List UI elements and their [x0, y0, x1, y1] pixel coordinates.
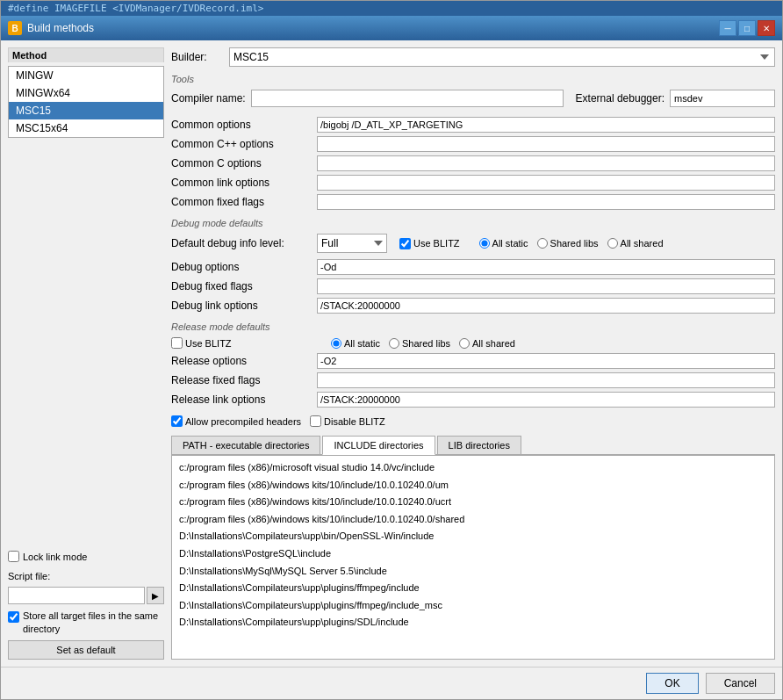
method-item-msc15[interactable]: MSC15	[9, 102, 163, 119]
common-options-label: Common options	[171, 119, 312, 131]
lock-link-mode-label[interactable]: Lock link mode	[8, 551, 164, 562]
tabs-container: PATH - executable directories INCLUDE di…	[171, 436, 775, 660]
release-options-input[interactable]	[317, 353, 775, 369]
dir-item-3: c:/program files (x86)/windows kits/10/i…	[176, 511, 771, 529]
allow-precomp-checkbox[interactable]	[171, 415, 183, 427]
common-cpp-label: Common C++ options	[171, 138, 312, 150]
dir-item-8: D:\Installations\Compilateurs\upp\plugin…	[176, 597, 771, 615]
common-c-row: Common C options	[171, 155, 775, 172]
debug-options-input[interactable]	[317, 259, 775, 275]
debug-options-grid: Debug options Debug fixed flags Debug li…	[171, 258, 775, 314]
tab-path[interactable]: PATH - executable directories	[171, 436, 320, 454]
release-defaults-row: Use BLITZ All static Shared libs All sha…	[171, 337, 775, 349]
use-blitz-release-label[interactable]: Use BLITZ	[171, 337, 312, 349]
release-radio-all-shared[interactable]: All shared	[459, 338, 515, 349]
dir-item-5: D:\Installations\PostgreSQL\include	[176, 545, 771, 563]
release-fixed-row: Release fixed flags	[171, 372, 775, 389]
bottom-bar: OK Cancel	[1, 667, 782, 699]
debug-options-row: Debug options	[171, 258, 775, 276]
release-options-grid: Release options Release fixed flags Rele…	[171, 352, 775, 408]
debug-link-label: Debug link options	[171, 299, 312, 312]
dir-item-0: c:/program files (x86)/microsoft visual …	[176, 459, 771, 477]
debug-radio-group: All static Shared libs All shared	[479, 238, 664, 249]
method-item-msc15x64[interactable]: MSC15x64	[9, 119, 163, 137]
common-cpp-input[interactable]	[317, 136, 775, 152]
release-link-label: Release link options	[171, 393, 312, 406]
options-grid: Common options Common C++ options Common…	[171, 116, 775, 211]
set-default-button[interactable]: Set as default	[8, 640, 164, 660]
common-fixed-input[interactable]	[317, 194, 775, 210]
method-list-header: Method	[8, 47, 164, 62]
tab-include[interactable]: INCLUDE directories	[322, 436, 435, 455]
debug-radio-shared-libs[interactable]: Shared libs	[537, 238, 599, 249]
script-file-label: Script file:	[8, 571, 164, 581]
builder-select[interactable]: MSC15 MSC15x64 MINGW MINGWx64	[229, 47, 775, 67]
dir-item-9: D:\Installations\Compilateurs\upp\plugin…	[176, 614, 771, 631]
debug-level-select[interactable]: Full Minimal None	[317, 234, 387, 253]
maximize-button[interactable]: □	[738, 20, 756, 36]
common-link-input[interactable]	[317, 175, 775, 191]
script-file-browse-button[interactable]: ▶	[147, 587, 164, 604]
allow-precomp-label[interactable]: Allow precompiled headers	[171, 415, 301, 427]
minimize-button[interactable]: ─	[719, 20, 736, 36]
dir-item-2: c:/program files (x86)/windows kits/10/i…	[176, 494, 771, 511]
use-blitz-debug-label[interactable]: Use BLITZ	[399, 238, 460, 249]
builder-row: Builder: MSC15 MSC15x64 MINGW MINGWx64	[171, 47, 775, 67]
debug-fixed-input[interactable]	[317, 278, 775, 294]
debug-radio-all-shared[interactable]: All shared	[607, 238, 664, 249]
main-content: Method MINGW MINGWx64 MSC15 MSC15x64 Loc…	[1, 40, 782, 667]
disable-blitz-label[interactable]: Disable BLITZ	[310, 415, 385, 427]
disable-blitz-checkbox[interactable]	[310, 415, 321, 427]
debug-fixed-label: Debug fixed flags	[171, 280, 312, 292]
left-panel: Method MINGW MINGWx64 MSC15 MSC15x64 Loc…	[8, 47, 164, 660]
store-files-row: Store all target files in the same direc…	[8, 610, 164, 635]
store-files-checkbox[interactable]	[8, 611, 19, 623]
ok-button[interactable]: OK	[646, 673, 698, 694]
tools-label: Tools	[171, 74, 775, 84]
debug-link-row: Debug link options	[171, 297, 775, 314]
ext-debugger-input[interactable]	[670, 90, 775, 107]
dir-item-6: D:\Installations\MySql\MySQL Server 5.5\…	[176, 563, 771, 581]
common-link-label: Common link options	[171, 177, 312, 189]
debug-options-label: Debug options	[171, 261, 312, 273]
common-fixed-row: Common fixed flags	[171, 193, 775, 211]
debug-level-label: Default debug info level:	[171, 237, 312, 249]
builder-label: Builder:	[171, 51, 224, 63]
compiler-row: Compiler name: External debugger:	[171, 90, 775, 107]
use-blitz-release-checkbox[interactable]	[171, 337, 183, 349]
release-link-input[interactable]	[317, 392, 775, 408]
common-c-input[interactable]	[317, 155, 775, 171]
release-radio-all-static[interactable]: All static	[331, 338, 380, 349]
method-list: MINGW MINGWx64 MSC15 MSC15x64	[8, 66, 164, 138]
debug-defaults-header: Debug mode defaults	[171, 218, 775, 228]
lock-link-mode-checkbox[interactable]	[8, 551, 19, 562]
dir-item-7: D:\Installations\Compilateurs\upp\plugin…	[176, 580, 771, 597]
tab-bar: PATH - executable directories INCLUDE di…	[171, 436, 775, 455]
method-item-mingwx64[interactable]: MINGWx64	[9, 84, 163, 102]
release-fixed-input[interactable]	[317, 372, 775, 388]
script-file-row: ▶	[8, 587, 164, 604]
tab-lib[interactable]: LIB directories	[437, 436, 521, 454]
debug-radio-all-static[interactable]: All static	[479, 238, 528, 249]
release-radio-group: All static Shared libs All shared	[331, 338, 515, 349]
close-button[interactable]: ✕	[758, 20, 775, 36]
dir-item-4: D:\Installations\Compilateurs\upp\bin/Op…	[176, 528, 771, 545]
compiler-name-input[interactable]	[251, 90, 564, 107]
debug-fixed-row: Debug fixed flags	[171, 278, 775, 295]
build-methods-window: #define IMAGEFILE <IVDManager/IVDRecord.…	[0, 0, 783, 700]
common-c-label: Common C options	[171, 157, 312, 170]
release-radio-shared-libs[interactable]: Shared libs	[389, 338, 450, 349]
release-fixed-label: Release fixed flags	[171, 374, 312, 386]
common-options-input[interactable]	[317, 117, 775, 133]
method-item-mingw[interactable]: MINGW	[9, 67, 163, 84]
window-controls: ─ □ ✕	[719, 20, 775, 36]
window-title: Build methods	[27, 22, 714, 34]
debug-link-input[interactable]	[317, 298, 775, 314]
common-options-row: Common options	[171, 116, 775, 134]
use-blitz-debug-checkbox[interactable]	[399, 238, 411, 249]
tab-content-include[interactable]: c:/program files (x86)/microsoft visual …	[171, 455, 775, 660]
debug-defaults-row: Default debug info level: Full Minimal N…	[171, 234, 775, 253]
release-link-row: Release link options	[171, 391, 775, 408]
script-file-input[interactable]	[8, 587, 145, 604]
cancel-button[interactable]: Cancel	[706, 673, 775, 694]
